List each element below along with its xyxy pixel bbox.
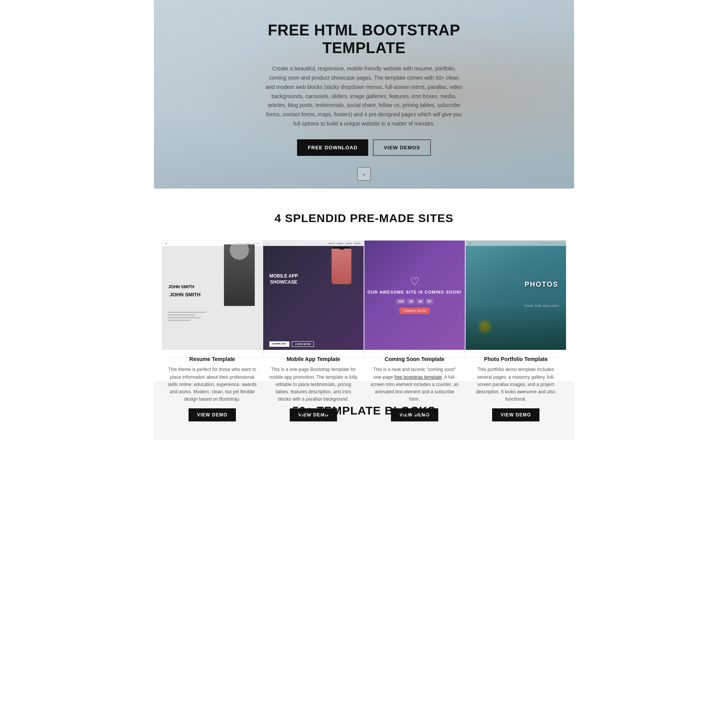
card-resume: JOHN SMITH Resume Template This theme is… bbox=[162, 240, 263, 358]
mobile-action-buttons: DOWNLOAD LEARN MORE bbox=[269, 341, 314, 347]
nav-link-2 bbox=[244, 243, 251, 244]
resume-preview: JOHN SMITH bbox=[162, 241, 262, 350]
coming-soon-timer: 318 10 18 57 bbox=[396, 298, 433, 304]
photo-view-demo-button[interactable]: VIEW DEMO bbox=[492, 408, 539, 421]
photo-portfolio-subtext: VIEW THE GALLERY bbox=[524, 304, 560, 308]
mobile-card-desc: This is a one-page Bootstrap template fo… bbox=[263, 366, 364, 403]
hero-description: Create a beautiful, responsive, mobile-f… bbox=[264, 64, 464, 129]
resume-line-2 bbox=[168, 314, 195, 316]
coming-soon-text: OUR AWESOME SITE IS COMING SOON! bbox=[367, 289, 462, 295]
resume-person-silhouette bbox=[224, 244, 255, 306]
nav-dot-1 bbox=[165, 242, 167, 244]
mobile-nav-link-1 bbox=[328, 243, 335, 244]
photo-preview: PHOTOS VIEW THE GALLERY bbox=[466, 241, 566, 350]
coming-heart-icon: ♡ bbox=[410, 276, 419, 287]
mobile-nav-links bbox=[328, 243, 361, 244]
photo-card-desc: This portfolio demo template includes se… bbox=[466, 366, 566, 403]
resume-card-label: Resume Template bbox=[162, 356, 262, 362]
timer-hours: 10 bbox=[407, 298, 415, 304]
scroll-down-button[interactable] bbox=[357, 167, 371, 181]
resume-line-1 bbox=[168, 312, 206, 313]
cards-grid: JOHN SMITH Resume Template This theme is… bbox=[162, 240, 566, 358]
card-mobile: MOBILE APP SHOWCASE DOWNLOAD LEARN MORE … bbox=[263, 240, 364, 358]
mobile-nav-link-3 bbox=[345, 243, 352, 244]
mobile-phone-graphic bbox=[331, 246, 352, 285]
hero-buttons: FREE DOWNLOAD VIEW DEMOS bbox=[264, 139, 464, 156]
coming-soon-preview: ♡ OUR AWESOME SITE IS COMING SOON! 318 1… bbox=[364, 241, 465, 350]
download-button[interactable]: FREE DOWNLOAD bbox=[297, 139, 368, 156]
mobile-nav-link-2 bbox=[337, 243, 344, 244]
photo-overlay bbox=[466, 241, 566, 350]
mobile-showcase-text: MOBILE APP SHOWCASE bbox=[269, 273, 298, 285]
premade-section-title: 4 SPLENDID PRE-MADE SITES bbox=[162, 212, 566, 225]
demos-button[interactable]: VIEW DEMOS bbox=[373, 139, 431, 156]
resume-name-label: JOHN SMITH bbox=[168, 284, 194, 289]
mobile-cta-1: DOWNLOAD bbox=[269, 341, 289, 347]
mobile-nav-bar bbox=[263, 241, 364, 246]
hero-content: FREE HTML BOOTSTRAP TEMPLATE Create a be… bbox=[256, 21, 472, 167]
mobile-card-label: Mobile App Template bbox=[263, 356, 364, 362]
timer-days: 318 bbox=[396, 298, 406, 304]
mobile-cta-2: LEARN MORE bbox=[292, 341, 314, 347]
mobile-phone-screen bbox=[332, 249, 351, 285]
photo-portfolio-text: PHOTOS bbox=[524, 280, 558, 288]
mobile-nav-dot bbox=[266, 242, 268, 244]
resume-card-desc: This theme is perfect for those who want… bbox=[162, 366, 262, 403]
timer-minutes: 18 bbox=[416, 298, 424, 304]
nav-link-1 bbox=[235, 243, 242, 244]
coming-soon-cta[interactable]: COMING SOON bbox=[399, 308, 430, 314]
nav-link-3 bbox=[252, 243, 259, 244]
coming-card-label: Coming Soon Template bbox=[364, 356, 465, 362]
nav-links bbox=[235, 243, 259, 244]
card-coming-soon: ♡ OUR AWESOME SITE IS COMING SOON! 318 1… bbox=[364, 240, 465, 358]
card-photo-portfolio: PHOTOS VIEW THE GALLERY Photo Portfolio … bbox=[465, 240, 566, 358]
premade-section: 4 SPLENDID PRE-MADE SITES bbox=[154, 189, 574, 381]
photo-card-label: Photo Portfolio Template bbox=[466, 356, 566, 362]
resume-line-3 bbox=[168, 317, 200, 318]
timer-seconds: 57 bbox=[426, 298, 433, 304]
coming-card-desc: This is a neat and laconic "coming soon"… bbox=[364, 366, 465, 403]
resume-text-lines bbox=[168, 312, 206, 323]
resume-view-demo-button[interactable]: VIEW DEMO bbox=[189, 408, 236, 421]
resume-line-4 bbox=[168, 320, 191, 321]
coming-template-link[interactable]: free bootstrap template bbox=[394, 374, 442, 380]
hero-title: FREE HTML BOOTSTRAP TEMPLATE bbox=[264, 21, 464, 57]
mobile-nav-link-4 bbox=[354, 243, 361, 244]
mobile-preview: MOBILE APP SHOWCASE DOWNLOAD LEARN MORE bbox=[263, 241, 364, 350]
hero-section: FREE HTML BOOTSTRAP TEMPLATE Create a be… bbox=[154, 0, 574, 189]
